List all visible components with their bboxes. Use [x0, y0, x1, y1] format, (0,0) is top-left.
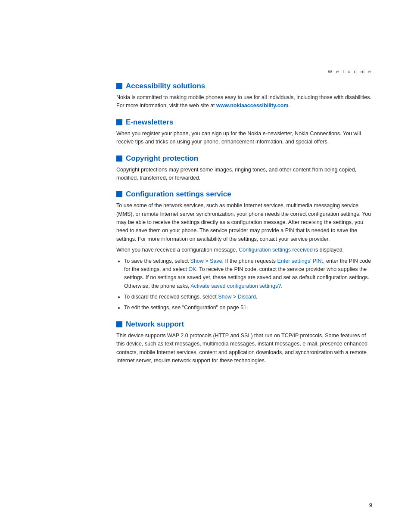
section-accessibility: Accessibility solutions Nokia is committ… — [116, 82, 372, 110]
section-icon-enewsletters — [116, 119, 122, 125]
nokia-accessibility-link[interactable]: www.nokiaaccessibility.com — [216, 103, 288, 109]
section-title-copyright: Copyright protection — [126, 154, 198, 163]
section-title-accessibility: Accessibility solutions — [126, 82, 205, 90]
save-link[interactable]: Save — [210, 258, 222, 264]
section-network: Network support This device supports WAP… — [116, 320, 372, 365]
bullet-edit: To edit the settings, see "Configuration… — [124, 304, 372, 312]
ok-link[interactable]: OK — [188, 266, 196, 272]
show-link-1[interactable]: Show — [190, 258, 204, 264]
section-copyright: Copyright protection Copyright protectio… — [116, 154, 372, 183]
section-heading-network: Network support — [116, 320, 372, 329]
section-body-network: This device supports WAP 2.0 protocols (… — [116, 332, 372, 365]
bullet-save: To save the settings, select Show > Save… — [124, 257, 372, 291]
section-icon-network — [116, 321, 122, 327]
section-body-accessibility: Nokia is committed to making mobile phon… — [116, 93, 372, 110]
section-body-configuration: To use some of the network services, suc… — [116, 202, 372, 312]
section-heading-copyright: Copyright protection — [116, 154, 372, 163]
section-title-enewsletters: E-newsletters — [126, 118, 174, 127]
section-enewsletters: E-newsletters When you register your pho… — [116, 118, 372, 146]
section-title-configuration: Configuration settings service — [126, 190, 231, 199]
section-icon-copyright — [116, 156, 122, 162]
enter-settings-pin-link[interactable]: Enter settings' PIN: — [277, 258, 323, 264]
section-title-network: Network support — [126, 320, 184, 329]
config-settings-received-link[interactable]: Configuration settings received — [239, 247, 313, 253]
section-configuration: Configuration settings service To use so… — [116, 190, 372, 312]
configuration-bullets: To save the settings, select Show > Save… — [124, 257, 372, 312]
section-icon-accessibility — [116, 83, 122, 89]
page: W e l c o m e Accessibility solutions No… — [0, 0, 411, 532]
section-body-copyright: Copyright protections may prevent some i… — [116, 166, 372, 183]
content-area: W e l c o m e Accessibility solutions No… — [0, 0, 411, 407]
discard-link[interactable]: Discard — [238, 294, 256, 300]
section-heading-enewsletters: E-newsletters — [116, 118, 372, 127]
activate-config-link[interactable]: Activate saved configuration settings? — [190, 283, 281, 289]
bullet-discard: To discard the received settings, select… — [124, 293, 372, 301]
section-heading-accessibility: Accessibility solutions — [116, 82, 372, 90]
section-icon-configuration — [116, 191, 122, 197]
page-number: 9 — [369, 502, 372, 508]
page-label: W e l c o m e — [116, 69, 372, 74]
show-link-2[interactable]: Show — [218, 294, 231, 300]
section-heading-configuration: Configuration settings service — [116, 190, 372, 199]
section-body-enewsletters: When you register your phone, you can si… — [116, 130, 372, 146]
